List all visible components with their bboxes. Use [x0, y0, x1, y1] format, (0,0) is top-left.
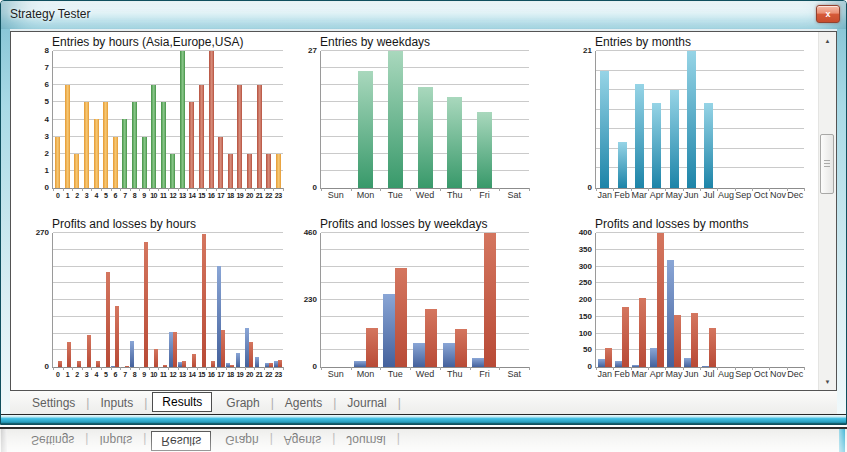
bar-profit: [383, 294, 395, 367]
bar-loss: [154, 349, 158, 367]
gridline: [53, 84, 283, 85]
tab-separator: |: [143, 396, 148, 410]
scroll-down-icon: ▼: [825, 379, 831, 385]
chart-plot-pl-by-months: 050100150200250300350400JanFebMarAprMayJ…: [595, 233, 804, 368]
bar-loss: [173, 332, 177, 367]
tab-separator-reflection: |: [331, 434, 336, 448]
x-axis-label: Dec: [778, 191, 813, 200]
chart-plot-entries-by-weekdays: 027SunMonTueWedThuFriSat: [320, 51, 529, 189]
close-icon: x: [825, 9, 830, 19]
y-axis-label: 460: [275, 229, 317, 237]
gridline: [321, 299, 529, 300]
right-border-reflection: [839, 429, 845, 452]
bar: [447, 97, 462, 188]
bar-loss: [77, 361, 81, 367]
bar: [247, 154, 252, 188]
bar: [170, 154, 175, 188]
y-axis-label: 250: [550, 279, 592, 287]
bar: [103, 102, 108, 188]
gridline: [321, 266, 529, 267]
y-axis-label: 21: [550, 47, 592, 55]
bar-loss: [221, 330, 225, 367]
y-axis-label: 27: [275, 47, 317, 55]
scrollbar-thumb[interactable]: [820, 134, 834, 194]
bar-profit: [443, 343, 455, 367]
bar: [132, 102, 137, 188]
bar-loss: [87, 335, 91, 367]
window-bottom-border: [1, 414, 846, 424]
tab-results[interactable]: Results: [152, 392, 212, 412]
chart-plot-entries-by-months: 021JanFebMarAprMayJunJulAugSepOctNovDec: [595, 51, 804, 189]
bar-loss: [211, 361, 215, 367]
y-axis-label: 7: [7, 64, 49, 72]
tab-graph[interactable]: Graph: [216, 396, 269, 410]
y-axis-label: 4: [7, 116, 49, 124]
gridline: [596, 232, 804, 233]
title-bar[interactable]: Strategy Tester x: [1, 1, 846, 29]
bar: [618, 142, 627, 188]
y-axis-label: 2: [7, 150, 49, 158]
tab-separator-reflection: |: [84, 434, 89, 448]
bar: [94, 119, 99, 188]
y-axis-label: 0: [7, 184, 49, 192]
bar-profit: [236, 353, 240, 367]
tab-agents[interactable]: Agents: [275, 396, 332, 410]
bar-loss: [425, 309, 437, 367]
bar: [122, 119, 127, 188]
y-axis-label: 100: [550, 330, 592, 338]
close-button[interactable]: x: [816, 5, 840, 23]
bar-profit: [413, 343, 425, 367]
bar: [84, 102, 89, 188]
y-axis-label: 3: [7, 133, 49, 141]
bar-loss: [395, 268, 407, 367]
bar-loss: [455, 329, 467, 367]
y-axis-label: 270: [7, 229, 49, 237]
bar-loss: [674, 315, 681, 367]
bar: [635, 84, 644, 188]
bar: [74, 154, 79, 188]
scroll-up-button[interactable]: ▲: [819, 33, 836, 48]
results-report-panel: Entries by hours (Asia,Europe,USA) Entri…: [10, 31, 837, 391]
chart-plot-entries-by-hours: 0123456780123456789101112131415161718192…: [52, 51, 283, 189]
chart-title-entries-by-weekdays: Entries by weekdays: [320, 35, 430, 49]
bar-loss: [182, 361, 186, 367]
bar-profit: [598, 359, 605, 367]
tab-journal-reflection: Journal: [336, 434, 395, 448]
bar-profit: [255, 357, 259, 367]
scroll-down-button[interactable]: ▼: [819, 374, 836, 389]
bar-profit: [667, 260, 674, 367]
bar: [228, 154, 233, 188]
y-axis-label: 8: [7, 47, 49, 55]
y-axis-label: 0: [7, 363, 49, 371]
gridline: [321, 282, 529, 283]
chart-plot-pl-by-hours: 0270012345678910111213141516171819202122…: [52, 233, 283, 368]
bar-loss: [269, 363, 273, 367]
gridline: [596, 282, 804, 283]
tab-journal[interactable]: Journal: [337, 396, 396, 410]
tab-settings[interactable]: Settings: [22, 396, 85, 410]
vertical-scrollbar[interactable]: ▲ ▼: [818, 32, 836, 390]
bar-profit: [702, 366, 709, 367]
bar: [199, 85, 204, 188]
tab-inputs[interactable]: Inputs: [90, 396, 143, 410]
bar-profit: [684, 358, 691, 367]
tab-inputs-reflection: Inputs: [89, 434, 142, 448]
bar: [209, 51, 214, 188]
y-axis-label: 0: [550, 184, 592, 192]
left-border-reflection: [1, 429, 7, 452]
y-axis-label: 50: [550, 346, 592, 354]
bar-loss: [366, 328, 378, 367]
y-axis-label: 350: [550, 246, 592, 254]
x-axis-label: Sat: [484, 191, 543, 200]
gridline: [53, 266, 283, 267]
tab-settings-reflection: Settings: [21, 434, 84, 448]
chart-title-entries-by-months: Entries by months: [595, 35, 691, 49]
bar: [257, 85, 262, 188]
x-axis-label: 23: [269, 191, 288, 200]
bar-profit: [615, 361, 622, 367]
gridline: [596, 249, 804, 250]
bar: [388, 51, 403, 188]
bar-profit: [354, 361, 366, 367]
tab-separator: |: [397, 396, 402, 410]
bar: [142, 137, 147, 188]
